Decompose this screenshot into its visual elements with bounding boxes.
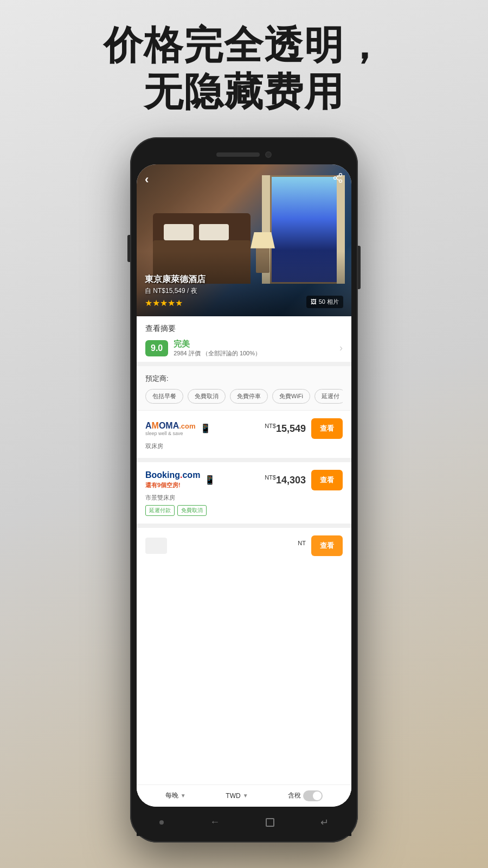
third-provider-listing: NT 查看 [137, 528, 351, 560]
speaker [216, 152, 260, 157]
nav-enter-button[interactable]: ↵ [320, 816, 329, 828]
hotel-name: 東京康萊德酒店 [145, 274, 206, 285]
hotel-info-overlay: 東京康萊德酒店 自 NT$15,549 / 夜 ★★★★★ [145, 274, 206, 308]
filter-tags: 包括早餐 免費取消 免費停車 免費WiFi 延遲付 [145, 389, 343, 406]
hotel-stars: ★★★★★ [145, 298, 206, 308]
volume-button [127, 235, 130, 262]
bottom-bar: 每晚 ▼ TWD ▼ 含稅 [137, 784, 351, 807]
booking-provider-row: Booking.com 還有9個空房! 📱 NT$14,303 查看 [145, 470, 343, 490]
nav-overview-button[interactable] [266, 818, 274, 827]
badge-late-payment: 延遲付款 [145, 505, 175, 516]
hotel-price-per-night: 自 NT$15,549 / 夜 [145, 286, 206, 296]
third-provider-row: NT 查看 [145, 535, 343, 556]
amoma-logo-area: AMOMA.com sleep well & save 📱 [145, 421, 211, 436]
headline-line2: 无隐藏费用 [33, 68, 455, 115]
headline-area: 价格完全透明， 无隐藏费用 [0, 0, 488, 132]
amoma-letter-m: M [152, 421, 159, 430]
phone-wrapper: ‹ 🖼 50 相片 [0, 137, 488, 843]
amoma-listing: AMOMA.com sleep well & save 📱 NT$15,549 … [137, 411, 351, 462]
provider-title: 預定商: [145, 374, 343, 384]
booking-price-action: NT$14,303 查看 [265, 470, 343, 490]
third-provider-logo-placeholder [145, 538, 167, 554]
front-camera [265, 151, 272, 158]
per-night-label: 每晚 [165, 791, 178, 800]
currency-arrow: ▼ [243, 793, 248, 799]
tax-toggle[interactable] [303, 790, 323, 801]
booking-price: NT$14,303 [265, 474, 306, 486]
amoma-name-text: AMOMA.com [145, 421, 196, 431]
amoma-provider-row: AMOMA.com sleep well & save 📱 NT$15,549 … [145, 418, 343, 439]
amoma-tagline: sleep well & save [145, 431, 183, 436]
filter-free-parking[interactable]: 免費停車 [230, 389, 268, 404]
headline-line1: 价格完全透明， [33, 22, 455, 68]
summary-title: 查看摘要 [145, 324, 343, 334]
amoma-price: NT$15,549 [265, 423, 306, 435]
amoma-price-action: NT$15,549 查看 [265, 418, 343, 439]
third-price: NT [298, 540, 306, 552]
nav-back-button[interactable]: ← [210, 816, 220, 828]
tax-label: 含稅 [288, 791, 301, 800]
per-night-selector[interactable]: 每晚 ▼ [165, 791, 186, 800]
summary-section: 查看摘要 9.0 完美 2984 評價 （全部評論的 100%） › [137, 316, 351, 366]
svg-point-1 [334, 176, 337, 179]
filter-free-wifi[interactable]: 免費WiFi [272, 389, 310, 404]
filter-late-checkout[interactable]: 延遲付 [314, 389, 343, 404]
phone-screen: ‹ 🖼 50 相片 [137, 164, 351, 807]
booking-logo-area: Booking.com 還有9個空房! 📱 [145, 470, 215, 489]
booking-view-button[interactable]: 查看 [311, 470, 343, 490]
mobile-icon: 📱 [200, 423, 211, 433]
svg-line-4 [336, 175, 339, 177]
nav-dot [159, 820, 164, 825]
power-button [358, 246, 361, 289]
room-pillow-right [199, 224, 229, 240]
rating-info: 完美 2984 評價 （全部評論的 100%） [174, 339, 261, 358]
per-night-arrow: ▼ [181, 793, 186, 799]
phone-notch [137, 147, 351, 162]
booking-logo: Booking.com 還有9個空房! [145, 470, 200, 489]
amoma-letter-a: A [145, 421, 152, 430]
photo-count-text: 50 相片 [319, 298, 339, 306]
provider-section: 預定商: 包括早餐 免費取消 免費停車 免費WiFi 延遲付 [137, 366, 351, 411]
booking-com: com [182, 470, 200, 480]
booking-room-type: 市景雙床房 [145, 494, 343, 502]
svg-point-0 [339, 173, 342, 176]
badge-free-cancel: 免費取消 [177, 505, 207, 516]
booking-name-text: Booking.com [145, 470, 200, 480]
photo-count-badge[interactable]: 🖼 50 相片 [306, 296, 343, 308]
amoma-view-button[interactable]: 查看 [311, 418, 343, 439]
app-wrapper: 价格完全透明， 无隐藏费用 [0, 0, 488, 843]
tax-toggle-area: 含稅 [288, 790, 323, 801]
svg-point-2 [339, 180, 342, 182]
phone-nav-bar: ← ↵ [137, 809, 351, 836]
booking-mobile-icon: 📱 [204, 475, 215, 485]
back-button[interactable]: ‹ [145, 173, 149, 187]
share-button[interactable] [332, 173, 343, 186]
amoma-dotcom: .com [179, 422, 195, 430]
booking-listing: Booking.com 還有9個空房! 📱 NT$14,303 查看 [137, 462, 351, 528]
rating-row[interactable]: 9.0 完美 2984 評價 （全部評論的 100%） › [145, 339, 343, 358]
filter-free-cancel[interactable]: 免費取消 [188, 389, 226, 404]
currency-label: TWD [226, 792, 240, 800]
camera-icon: 🖼 [311, 298, 317, 305]
amoma-logo: AMOMA.com sleep well & save [145, 421, 196, 436]
filter-breakfast[interactable]: 包括早餐 [145, 389, 183, 404]
phone-frame: ‹ 🖼 50 相片 [130, 137, 358, 843]
chevron-right-icon[interactable]: › [339, 342, 343, 354]
rating-left: 9.0 完美 2984 評價 （全部評論的 100%） [145, 339, 261, 358]
screen-content: 查看摘要 9.0 完美 2984 評價 （全部評論的 100%） › [137, 316, 351, 807]
currency-selector[interactable]: TWD ▼ [226, 792, 248, 800]
rating-count: 2984 評價 （全部評論的 100%） [174, 349, 261, 358]
third-view-button[interactable]: 查看 [311, 535, 343, 556]
hotel-image[interactable]: ‹ 🖼 50 相片 [137, 164, 351, 316]
rating-badge: 9.0 [145, 340, 168, 356]
third-price-action: NT 查看 [298, 535, 343, 556]
booking-letter-b: B [145, 470, 152, 480]
amoma-room-type: 双床房 [145, 442, 343, 450]
booking-badges: 延遲付款 免費取消 [145, 505, 343, 516]
toggle-knob [313, 792, 322, 800]
booking-availability: 還有9個空房! [145, 481, 200, 489]
amoma-letters-oma: OMA [159, 421, 179, 430]
room-lamp-shade [251, 232, 275, 248]
booking-letters-ooking: ooking [152, 470, 180, 480]
rating-label: 完美 [174, 339, 261, 349]
